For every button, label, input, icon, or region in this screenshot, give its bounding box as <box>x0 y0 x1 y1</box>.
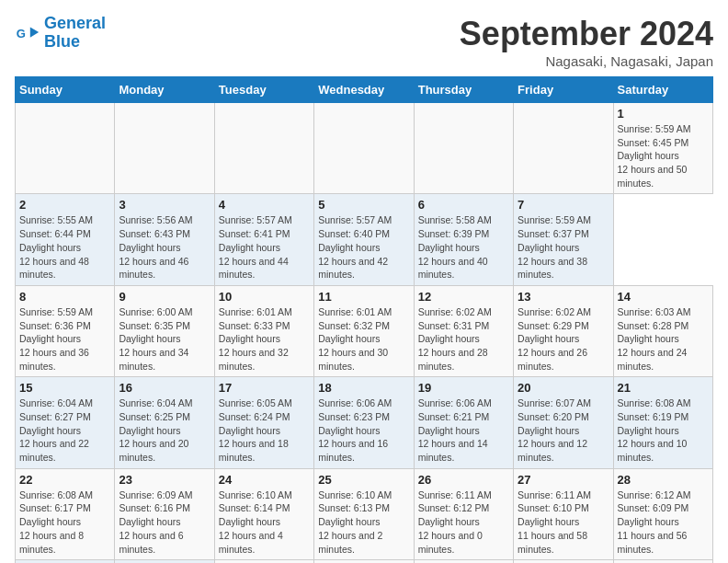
day-cell: 5 Sunrise: 5:57 AMSunset: 6:40 PMDayligh… <box>314 194 414 285</box>
day-cell: 22 Sunrise: 6:08 AMSunset: 6:17 PMDaylig… <box>16 468 115 559</box>
day-info: Sunrise: 6:09 AMSunset: 6:16 PMDaylight … <box>119 488 210 556</box>
svg-text:G: G <box>17 26 26 40</box>
day-cell: 23 Sunrise: 6:09 AMSunset: 6:16 PMDaylig… <box>115 468 214 559</box>
day-info: Sunrise: 5:55 AMSunset: 6:44 PMDaylight … <box>19 213 110 281</box>
day-info: Sunrise: 5:56 AMSunset: 6:43 PMDaylight … <box>119 213 210 281</box>
day-cell: 25 Sunrise: 6:10 AMSunset: 6:13 PMDaylig… <box>314 468 414 559</box>
column-header-tuesday: Tuesday <box>214 77 313 103</box>
day-cell: 24 Sunrise: 6:10 AMSunset: 6:14 PMDaylig… <box>214 468 313 559</box>
month-title: September 2024 <box>460 15 713 53</box>
day-number: 16 <box>119 381 210 395</box>
logo-icon: G <box>15 20 40 46</box>
empty-day-cell <box>514 103 613 194</box>
day-number: 13 <box>518 290 609 304</box>
day-info: Sunrise: 6:08 AMSunset: 6:17 PMDaylight … <box>19 488 110 556</box>
day-cell: 2 Sunrise: 5:55 AMSunset: 6:44 PMDayligh… <box>16 194 115 285</box>
day-number: 3 <box>119 198 210 212</box>
day-info: Sunrise: 6:08 AMSunset: 6:19 PMDaylight … <box>618 396 709 464</box>
day-info: Sunrise: 6:00 AMSunset: 6:35 PMDaylight … <box>119 305 210 373</box>
day-cell: 13 Sunrise: 6:02 AMSunset: 6:29 PMDaylig… <box>514 285 613 376</box>
day-number: 21 <box>618 381 709 395</box>
day-info: Sunrise: 5:59 AMSunset: 6:37 PMDaylight … <box>518 213 609 281</box>
day-number: 15 <box>19 381 110 395</box>
day-number: 26 <box>418 473 509 487</box>
day-number: 20 <box>518 381 609 395</box>
day-cell: 10 Sunrise: 6:01 AMSunset: 6:33 PMDaylig… <box>214 285 313 376</box>
day-cell: 27 Sunrise: 6:11 AMSunset: 6:10 PMDaylig… <box>514 468 613 559</box>
empty-day-cell <box>115 103 214 194</box>
day-number: 2 <box>19 198 110 212</box>
calendar-week-row: 22 Sunrise: 6:08 AMSunset: 6:17 PMDaylig… <box>16 468 713 559</box>
day-info: Sunrise: 6:10 AMSunset: 6:13 PMDaylight … <box>318 488 409 556</box>
day-info: Sunrise: 5:59 AMSunset: 6:36 PMDaylight … <box>19 305 110 373</box>
day-info: Sunrise: 5:59 AMSunset: 6:45 PMDaylight … <box>618 122 709 190</box>
day-info: Sunrise: 5:58 AMSunset: 6:39 PMDaylight … <box>418 213 509 281</box>
column-header-sunday: Sunday <box>16 77 115 103</box>
column-header-monday: Monday <box>115 77 214 103</box>
day-cell: 8 Sunrise: 5:59 AMSunset: 6:36 PMDayligh… <box>16 285 115 376</box>
column-header-thursday: Thursday <box>414 77 513 103</box>
day-cell: 18 Sunrise: 6:06 AMSunset: 6:23 PMDaylig… <box>314 377 414 468</box>
day-info: Sunrise: 6:05 AMSunset: 6:24 PMDaylight … <box>219 396 310 464</box>
day-number: 8 <box>19 290 110 304</box>
day-cell: 11 Sunrise: 6:01 AMSunset: 6:32 PMDaylig… <box>314 285 414 376</box>
day-cell: 17 Sunrise: 6:05 AMSunset: 6:24 PMDaylig… <box>214 377 313 468</box>
day-info: Sunrise: 5:57 AMSunset: 6:41 PMDaylight … <box>219 213 310 281</box>
day-info: Sunrise: 6:02 AMSunset: 6:31 PMDaylight … <box>418 305 509 373</box>
day-info: Sunrise: 6:02 AMSunset: 6:29 PMDaylight … <box>518 305 609 373</box>
day-cell: 4 Sunrise: 5:57 AMSunset: 6:41 PMDayligh… <box>214 194 313 285</box>
day-cell: 9 Sunrise: 6:00 AMSunset: 6:35 PMDayligh… <box>115 285 214 376</box>
column-header-saturday: Saturday <box>613 77 712 103</box>
day-info: Sunrise: 5:57 AMSunset: 6:40 PMDaylight … <box>318 213 409 281</box>
day-cell: 21 Sunrise: 6:08 AMSunset: 6:19 PMDaylig… <box>613 377 712 468</box>
calendar-week-row: 2 Sunrise: 5:55 AMSunset: 6:44 PMDayligh… <box>16 194 713 285</box>
day-number: 6 <box>418 198 509 212</box>
day-cell: 15 Sunrise: 6:04 AMSunset: 6:27 PMDaylig… <box>16 377 115 468</box>
location-title: Nagasaki, Nagasaki, Japan <box>460 53 713 69</box>
day-number: 19 <box>418 381 509 395</box>
empty-day-cell <box>414 103 513 194</box>
day-info: Sunrise: 6:11 AMSunset: 6:10 PMDaylight … <box>518 488 609 556</box>
calendar-table: SundayMondayTuesdayWednesdayThursdayFrid… <box>15 76 713 563</box>
column-header-wednesday: Wednesday <box>314 77 414 103</box>
day-number: 27 <box>518 473 609 487</box>
calendar-body: 1 Sunrise: 5:59 AMSunset: 6:45 PMDayligh… <box>16 103 713 564</box>
day-cell: 7 Sunrise: 5:59 AMSunset: 6:37 PMDayligh… <box>514 194 613 285</box>
day-number: 24 <box>219 473 310 487</box>
day-info: Sunrise: 6:11 AMSunset: 6:12 PMDaylight … <box>418 488 509 556</box>
day-info: Sunrise: 6:04 AMSunset: 6:27 PMDaylight … <box>19 396 110 464</box>
day-number: 1 <box>618 107 709 121</box>
day-info: Sunrise: 6:06 AMSunset: 6:23 PMDaylight … <box>318 396 409 464</box>
day-number: 5 <box>318 198 409 212</box>
day-cell: 20 Sunrise: 6:07 AMSunset: 6:20 PMDaylig… <box>514 377 613 468</box>
day-number: 10 <box>219 290 310 304</box>
day-cell: 26 Sunrise: 6:11 AMSunset: 6:12 PMDaylig… <box>414 468 513 559</box>
day-info: Sunrise: 6:12 AMSunset: 6:09 PMDaylight … <box>618 488 709 556</box>
logo-text: General Blue <box>44 15 106 52</box>
title-area: September 2024 Nagasaki, Nagasaki, Japan <box>460 15 713 69</box>
day-cell: 14 Sunrise: 6:03 AMSunset: 6:28 PMDaylig… <box>613 285 712 376</box>
day-info: Sunrise: 6:03 AMSunset: 6:28 PMDaylight … <box>618 305 709 373</box>
day-number: 28 <box>618 473 709 487</box>
calendar-header-row: SundayMondayTuesdayWednesdayThursdayFrid… <box>16 77 713 103</box>
day-info: Sunrise: 6:01 AMSunset: 6:32 PMDaylight … <box>318 305 409 373</box>
day-info: Sunrise: 6:07 AMSunset: 6:20 PMDaylight … <box>518 396 609 464</box>
day-number: 11 <box>318 290 409 304</box>
day-cell: 16 Sunrise: 6:04 AMSunset: 6:25 PMDaylig… <box>115 377 214 468</box>
header: G General Blue September 2024 Nagasaki, … <box>15 15 713 69</box>
day-number: 9 <box>119 290 210 304</box>
calendar-week-row: 15 Sunrise: 6:04 AMSunset: 6:27 PMDaylig… <box>16 377 713 468</box>
calendar-week-row: 1 Sunrise: 5:59 AMSunset: 6:45 PMDayligh… <box>16 103 713 194</box>
day-number: 25 <box>318 473 409 487</box>
day-cell: 12 Sunrise: 6:02 AMSunset: 6:31 PMDaylig… <box>414 285 513 376</box>
day-number: 23 <box>119 473 210 487</box>
day-number: 22 <box>19 473 110 487</box>
day-number: 18 <box>318 381 409 395</box>
empty-day-cell <box>16 103 115 194</box>
logo: G General Blue <box>15 15 106 52</box>
day-info: Sunrise: 6:10 AMSunset: 6:14 PMDaylight … <box>219 488 310 556</box>
calendar-week-row: 8 Sunrise: 5:59 AMSunset: 6:36 PMDayligh… <box>16 285 713 376</box>
day-number: 12 <box>418 290 509 304</box>
empty-day-cell <box>214 103 313 194</box>
day-cell: 19 Sunrise: 6:06 AMSunset: 6:21 PMDaylig… <box>414 377 513 468</box>
